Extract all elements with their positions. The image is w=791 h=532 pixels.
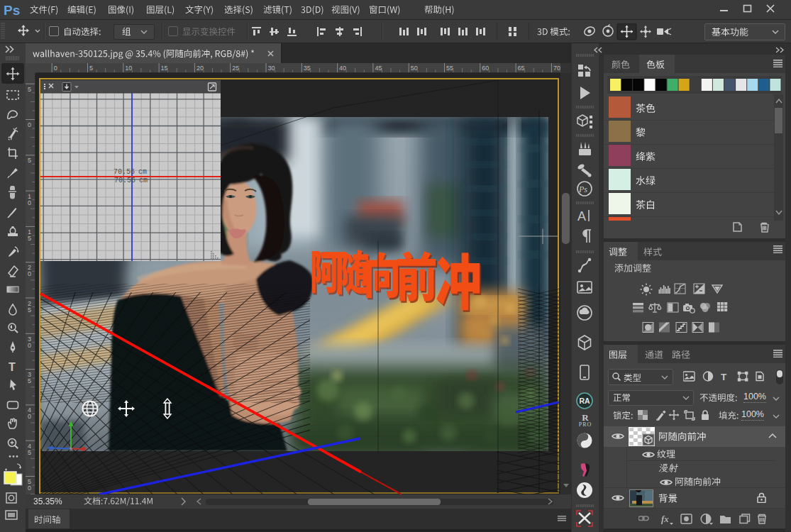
svg-text:70.56: 70.56 [114, 168, 135, 176]
svg-text:fx: fx [661, 514, 669, 524]
svg-text:20: 20 [197, 65, 204, 72]
svg-text:70: 70 [553, 65, 560, 72]
svg-text:5: 5 [28, 306, 31, 314]
svg-text:30: 30 [268, 65, 275, 72]
svg-text:0: 0 [28, 413, 31, 420]
svg-text:40: 40 [339, 65, 346, 72]
svg-text:45: 45 [375, 65, 382, 72]
svg-text:10: 10 [125, 65, 132, 72]
svg-text:5: 5 [28, 157, 31, 164]
svg-text:5: 5 [28, 86, 31, 93]
svg-text:RA: RA [580, 397, 591, 405]
svg-text:0: 0 [28, 121, 31, 128]
svg-text:T: T [9, 361, 16, 373]
svg-text:0: 0 [54, 65, 57, 72]
svg-text:25: 25 [232, 65, 239, 72]
svg-text:5: 5 [28, 449, 31, 456]
svg-text:5: 5 [28, 235, 31, 242]
svg-text:cm: cm [139, 177, 148, 184]
svg-text:70.56: 70.56 [114, 177, 135, 184]
svg-text:50: 50 [411, 65, 418, 72]
svg-text:65: 65 [518, 65, 525, 72]
svg-text:60: 60 [482, 65, 489, 72]
svg-text:cm: cm [138, 168, 147, 176]
svg-text:0: 0 [28, 270, 31, 277]
svg-text:Ps: Ps [4, 3, 20, 18]
svg-text:5: 5 [89, 65, 93, 72]
svg-text:0: 0 [28, 342, 31, 349]
svg-text:T: T [721, 372, 727, 382]
svg-text:55: 55 [446, 65, 453, 72]
svg-text:Ps: Ps [578, 184, 587, 194]
svg-text:35: 35 [304, 65, 311, 72]
svg-text:5: 5 [28, 377, 31, 384]
svg-text:A: A [577, 209, 586, 223]
svg-text:0: 0 [28, 199, 31, 206]
svg-text:15: 15 [161, 65, 168, 72]
svg-text:0: 0 [28, 484, 31, 492]
